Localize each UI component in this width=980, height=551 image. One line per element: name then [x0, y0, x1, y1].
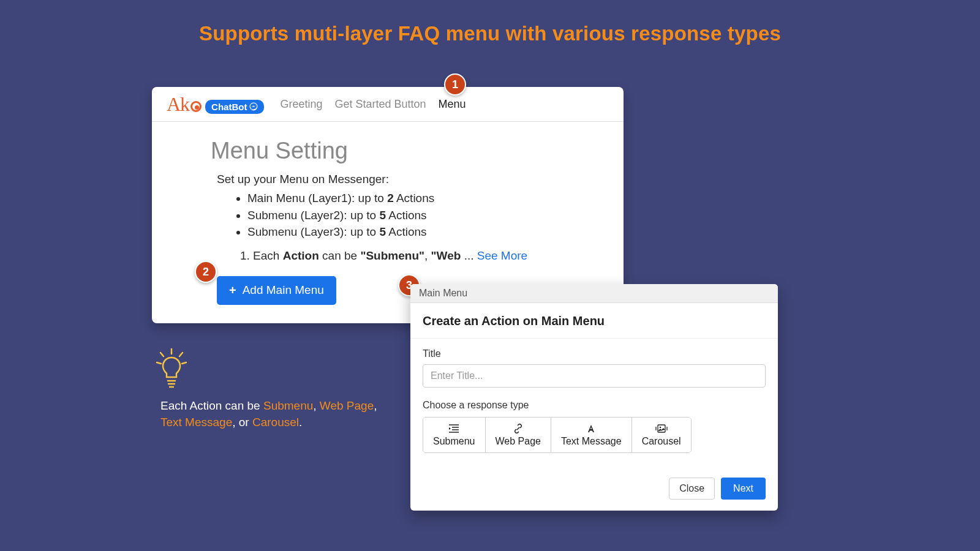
chatbot-badge-label: ChatBot [211, 102, 247, 112]
response-type-group: Submenu Web Page Text Message Carousel [423, 417, 692, 453]
response-type-label: Choose a response type [423, 400, 766, 411]
bullet-layer3: Submenu (Layer3): up to 5 Actions [247, 223, 593, 241]
layer-bullets: Main Menu (Layer1): up to 2 Actions Subm… [247, 190, 593, 241]
title-label: Title [423, 348, 766, 359]
response-carousel-label: Carousel [642, 436, 681, 447]
add-main-menu-button[interactable]: + Add Main Menu [217, 276, 336, 305]
chatbot-badge: ChatBot [205, 100, 264, 114]
dialog-body: Title Choose a response type Submenu Web… [410, 339, 778, 453]
svg-line-6 [157, 362, 161, 364]
dialog-title: Create an Action on Main Menu [410, 303, 778, 339]
carousel-icon [655, 424, 668, 433]
plus-icon: + [229, 283, 236, 298]
dialog-footer: Close Next [410, 453, 778, 511]
svg-line-4 [160, 353, 164, 356]
tip-webpage: Web Page [320, 399, 374, 412]
bullet-layer1: Main Menu (Layer1): up to 2 Actions [247, 190, 593, 207]
response-textmessage-label: Text Message [561, 436, 622, 447]
response-textmessage-button[interactable]: Text Message [551, 418, 632, 452]
svg-line-7 [182, 362, 186, 364]
tip-text: Each Action can be Submenu, Web Page, Te… [160, 398, 393, 430]
panel-body: Menu Setting Set up your Menu on Messeng… [152, 122, 624, 305]
messenger-icon [249, 102, 258, 111]
dialog-tab-mainmenu[interactable]: Main Menu [419, 288, 467, 299]
svg-rect-1 [658, 425, 665, 432]
list-indent-icon [448, 424, 459, 433]
svg-line-5 [179, 353, 183, 356]
page-headline: Supports muti-layer FAQ menu with variou… [0, 0, 980, 45]
menu-setting-title: Menu Setting [211, 138, 593, 164]
annotation-1: 1 [444, 73, 466, 96]
title-input[interactable] [423, 364, 766, 388]
tip-carousel: Carousel [252, 416, 299, 429]
logo-eye-icon [190, 101, 202, 112]
menu-setting-desc: Set up your Menu on Messenger: [217, 173, 593, 186]
tab-get-started[interactable]: Get Started Button [334, 98, 426, 111]
response-webpage-button[interactable]: Web Page [486, 418, 551, 452]
bullet-layer2: Submenu (Layer2): up to 5 Actions [247, 207, 593, 224]
create-action-dialog: Main Menu Create an Action on Main Menu … [410, 284, 778, 511]
tab-bar: Greeting Get Started Button Menu [280, 98, 466, 111]
panel-header: Ak ChatBot Greeting Get Started Button M… [152, 87, 624, 122]
annotation-2: 2 [195, 261, 217, 283]
dialog-tabbar: Main Menu [410, 284, 778, 303]
link-icon [513, 424, 523, 433]
lightbulb-icon [154, 348, 189, 393]
tab-greeting[interactable]: Greeting [280, 98, 322, 111]
tab-menu[interactable]: Menu [439, 98, 466, 111]
response-submenu-button[interactable]: Submenu [423, 418, 486, 452]
tip-textmessage: Text Message [160, 416, 232, 429]
tip-submenu: Submenu [263, 399, 313, 412]
ako-logo: Ak [167, 93, 202, 116]
action-note: 1. Each Action can be "Submenu", "Web ..… [240, 249, 593, 263]
next-button[interactable]: Next [721, 478, 766, 500]
logo-text: Ak [167, 93, 189, 116]
see-more-link[interactable]: See More [477, 249, 527, 262]
response-carousel-button[interactable]: Carousel [632, 418, 691, 452]
svg-point-2 [659, 427, 661, 429]
add-main-menu-label: Add Main Menu [243, 283, 324, 297]
close-button[interactable]: Close [669, 478, 715, 500]
response-webpage-label: Web Page [496, 436, 541, 447]
response-submenu-label: Submenu [433, 436, 475, 447]
font-icon [586, 424, 596, 433]
